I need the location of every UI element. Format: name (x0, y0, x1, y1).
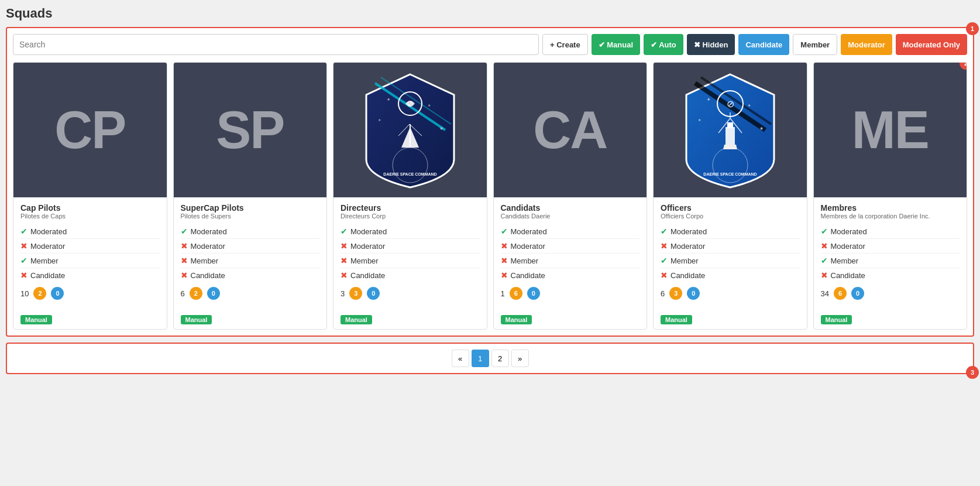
manual-button[interactable]: ✔ Manual (592, 34, 640, 55)
card-body-candidats: Candidats Candidats Daerie ✔ Moderated ✖… (494, 197, 647, 309)
member-button[interactable]: Member (793, 34, 837, 55)
stats-row-directeurs: 3 3 0 (341, 287, 480, 300)
card-body-directeurs: Directeurs Directeurs Corp ✔ Moderated ✖… (333, 197, 487, 309)
stat-main-cap-pilots: 10 (20, 289, 29, 298)
cards-grid: CP Cap Pilots Pilotes de Caps ✔ Moderate… (13, 62, 967, 330)
card-initials: ME (852, 100, 929, 160)
status-moderated-directeurs: ✔ Moderated (341, 224, 480, 239)
stat-yellow-candidats: 6 (510, 287, 522, 300)
auto-button[interactable]: ✔ Auto (644, 34, 683, 55)
moderated-only-button[interactable]: Moderated Only (896, 34, 967, 55)
status-moderated-officers: ✔ Moderated (661, 224, 800, 239)
card-body-officers: Officers Officiers Corpo ✔ Moderated ✖ M… (654, 197, 807, 309)
svg-rect-20 (727, 122, 733, 128)
status-candidate-directeurs: ✖ Candidate (341, 268, 480, 282)
status-moderated-cap-pilots: ✔ Moderated (20, 224, 160, 239)
card-footer-cap-pilots: Manual (13, 309, 167, 329)
svg-text:★: ★ (387, 97, 390, 101)
stats-row-supercap-pilots: 6 2 0 (181, 287, 320, 300)
toolbar: + Create ✔ Manual ✔ Auto ✖ Hidden Candid… (13, 34, 967, 55)
status-moderator-membres: ✖ Moderator (821, 239, 960, 254)
card-subtitle-cap-pilots: Pilotes de Caps (20, 213, 160, 220)
status-list-candidats: ✔ Moderated ✖ Moderator ✖ Member ✖ Candi… (501, 224, 640, 282)
card-header-cap-pilots: CP (13, 63, 167, 197)
card-membres[interactable]: 2 ME Membres Membres de la corporation D… (813, 62, 968, 330)
card-header-officers: ⊘ DAERIE SPACE COMMAND ★ ★ ★ ★ (654, 63, 807, 197)
tag-manual-directeurs: Manual (341, 315, 372, 324)
status-candidate-cap-pilots: ✖ Candidate (20, 268, 160, 282)
status-list-cap-pilots: ✔ Moderated ✖ Moderator ✔ Member ✖ Candi… (20, 224, 160, 282)
card-initials: SP (216, 100, 284, 160)
prev-page-button[interactable]: « (452, 350, 469, 367)
page-1-button[interactable]: 1 (472, 350, 489, 367)
card-subtitle-supercap-pilots: Pilotes de Supers (181, 213, 320, 220)
status-list-directeurs: ✔ Moderated ✖ Moderator ✖ Member ✖ Candi… (341, 224, 480, 282)
svg-text:DAERIE SPACE COMMAND: DAERIE SPACE COMMAND (703, 172, 757, 176)
stat-blue-officers: 0 (687, 287, 700, 300)
card-officers[interactable]: ⊘ DAERIE SPACE COMMAND ★ ★ ★ ★ Officers … (653, 62, 807, 330)
svg-text:★: ★ (428, 104, 431, 107)
status-member-membres: ✔ Member (821, 254, 960, 268)
svg-text:⊘: ⊘ (407, 99, 414, 108)
card-title-directeurs: Directeurs (341, 203, 480, 213)
stat-main-candidats: 1 (501, 289, 505, 298)
status-moderated-supercap-pilots: ✔ Moderated (181, 224, 320, 239)
stat-main-directeurs: 3 (341, 289, 345, 298)
status-member-directeurs: ✖ Member (341, 254, 480, 268)
card-directeurs[interactable]: ⊘ DAERIE SPACE COMMAND ★ ★ ★ ★ Directeur… (333, 62, 487, 330)
pagination-container: « 1 2 » 3 (6, 343, 974, 374)
stat-blue-candidats: 0 (527, 287, 540, 300)
search-input[interactable] (13, 34, 539, 55)
stat-yellow-supercap-pilots: 2 (190, 287, 202, 300)
card-initials: CA (533, 100, 607, 160)
stat-main-supercap-pilots: 6 (181, 289, 185, 298)
card-supercap-pilots[interactable]: SP SuperCap Pilots Pilotes de Supers ✔ M… (173, 62, 328, 330)
stat-blue-directeurs: 0 (367, 287, 380, 300)
page-title: Squads (6, 6, 974, 21)
card-footer-officers: Manual (654, 309, 807, 329)
tag-manual-candidats: Manual (501, 315, 532, 324)
status-candidate-membres: ✖ Candidate (821, 268, 960, 282)
svg-text:★: ★ (378, 118, 381, 122)
card-body-membres: Membres Membres de la corporation Daerie… (814, 197, 967, 309)
status-member-officers: ✔ Member (661, 254, 800, 268)
status-candidate-officers: ✖ Candidate (661, 268, 800, 282)
badge-3: 3 (966, 366, 979, 379)
svg-marker-19 (723, 145, 737, 149)
status-list-officers: ✔ Moderated ✖ Moderator ✔ Member ✖ Candi… (661, 224, 800, 282)
candidate-button[interactable]: Candidate (738, 34, 789, 55)
create-button[interactable]: + Create (542, 34, 588, 55)
svg-text:★: ★ (439, 126, 443, 131)
hidden-button[interactable]: ✖ Hidden (687, 34, 735, 55)
card-cap-pilots[interactable]: CP Cap Pilots Pilotes de Caps ✔ Moderate… (13, 62, 167, 330)
card-subtitle-candidats: Candidats Daerie (501, 213, 640, 220)
card-initials: CP (54, 100, 125, 160)
card-candidats[interactable]: CA Candidats Candidats Daerie ✔ Moderate… (493, 62, 648, 330)
svg-text:★: ★ (698, 118, 701, 122)
next-page-button[interactable]: » (511, 350, 529, 367)
svg-text:★: ★ (707, 97, 710, 101)
tag-manual-supercap-pilots: Manual (181, 315, 212, 324)
tag-manual-officers: Manual (661, 315, 692, 324)
card-footer-candidats: Manual (494, 309, 647, 329)
status-moderated-candidats: ✔ Moderated (501, 224, 640, 239)
status-candidate-supercap-pilots: ✖ Candidate (181, 268, 320, 282)
stat-yellow-officers: 3 (669, 287, 682, 300)
status-member-cap-pilots: ✔ Member (20, 254, 160, 268)
stats-row-membres: 34 6 0 (821, 287, 960, 300)
card-footer-directeurs: Manual (333, 309, 487, 329)
stat-blue-cap-pilots: 0 (51, 287, 64, 300)
page-2-button[interactable]: 2 (491, 350, 509, 367)
card-subtitle-directeurs: Directeurs Corp (341, 213, 480, 220)
status-moderator-candidats: ✖ Moderator (501, 239, 640, 254)
card-title-cap-pilots: Cap Pilots (20, 203, 160, 213)
status-list-membres: ✔ Moderated ✖ Moderator ✔ Member ✖ Candi… (821, 224, 960, 282)
card-title-officers: Officers (661, 203, 800, 213)
card-title-candidats: Candidats (501, 203, 640, 213)
stat-blue-membres: 0 (851, 287, 864, 300)
status-moderated-membres: ✔ Moderated (821, 224, 960, 239)
svg-text:⊘: ⊘ (726, 99, 734, 109)
card-header-directeurs: ⊘ DAERIE SPACE COMMAND ★ ★ ★ ★ (333, 63, 487, 197)
card-footer-supercap-pilots: Manual (174, 309, 327, 329)
moderator-button[interactable]: Moderator (841, 34, 892, 55)
